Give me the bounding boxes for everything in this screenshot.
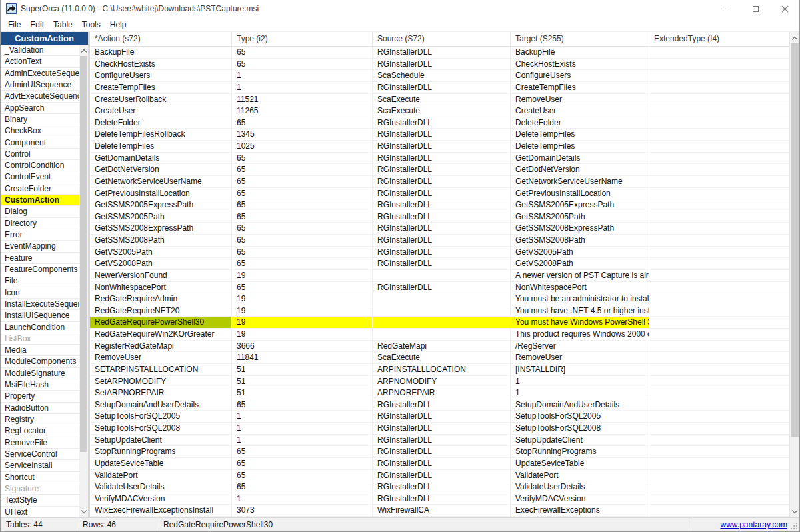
cell-type[interactable]: 1 (232, 493, 373, 505)
sidebar-item-modulesignature[interactable]: ModuleSignature (1, 368, 79, 379)
cell-extendedtype[interactable] (649, 364, 789, 376)
scroll-down-icon[interactable] (79, 506, 88, 517)
cell-type[interactable]: 1 (232, 70, 373, 82)
cell-target[interactable]: ExecFirewallExceptions (511, 505, 649, 517)
sidebar-item-feature[interactable]: Feature (1, 253, 79, 264)
sidebar-item-featurecomponents[interactable]: FeatureComponents (1, 264, 79, 275)
cell-source[interactable]: RGInstallerDLL (373, 47, 511, 59)
cell-target[interactable]: 1 (511, 376, 649, 388)
cell-extendedtype[interactable] (649, 70, 789, 82)
cell-extendedtype[interactable] (649, 411, 789, 423)
sidebar-item-binary[interactable]: Binary (1, 114, 79, 125)
cell-action[interactable]: ConfigureUsers (90, 70, 232, 82)
cell-extendedtype[interactable] (649, 329, 789, 341)
cell-source[interactable]: ScaExecute (373, 352, 511, 364)
cell-source[interactable] (373, 329, 511, 341)
cell-source[interactable]: ScaSchedule (373, 70, 511, 82)
cell-target[interactable]: /RegServer (511, 341, 649, 353)
cell-target[interactable]: GetPreviousInstallLocation (511, 188, 649, 200)
sidebar-item-msifilehash[interactable]: MsiFileHash (1, 379, 79, 391)
cell-source[interactable]: RGInstallerDLL (373, 164, 511, 176)
cell-extendedtype[interactable] (649, 153, 789, 165)
sidebar-item-advtexecutesequence[interactable]: AdvtExecuteSequence (1, 91, 79, 102)
cell-target[interactable]: GetDomainDetails (511, 153, 649, 165)
sidebar-item-controlevent[interactable]: ControlEvent (1, 171, 79, 183)
table-scroll-up-icon[interactable] (790, 32, 799, 43)
cell-target[interactable]: GetDotNetVersion (511, 164, 649, 176)
cell-source[interactable]: RGInstallerDLL (373, 235, 511, 247)
cell-target[interactable]: DeleteTempFiles (511, 129, 649, 141)
cell-action[interactable]: DeleteTempFilesRollback (90, 129, 232, 141)
cell-extendedtype[interactable] (649, 305, 789, 317)
cell-action[interactable]: CreateUserRollback (90, 94, 232, 106)
resize-grip-icon[interactable] (790, 518, 799, 531)
cell-extendedtype[interactable] (649, 481, 789, 493)
cell-target[interactable]: CreateTempFiles (511, 82, 649, 94)
cell-action[interactable]: RedGateRequireNET20 (90, 305, 232, 317)
minimize-button[interactable] (711, 0, 741, 17)
sidebar-item-modulecomponents[interactable]: ModuleComponents (1, 356, 79, 367)
cell-source[interactable]: RGInstallerDLL (373, 82, 511, 94)
cell-source[interactable]: RGInstallerDLL (373, 247, 511, 259)
cell-type[interactable]: 51 (232, 387, 373, 399)
menu-tools[interactable]: Tools (77, 19, 105, 31)
cell-source[interactable]: RGInstallerDLL (373, 199, 511, 211)
cell-type[interactable]: 65 (232, 164, 373, 176)
cell-target[interactable]: ConfigureUsers (511, 70, 649, 82)
sidebar-scroll-track[interactable] (79, 56, 88, 506)
cell-type[interactable]: 51 (232, 376, 373, 388)
sidebar-item-customaction[interactable]: CustomAction (1, 195, 79, 206)
cell-target[interactable]: GetSSMS2005Path (511, 211, 649, 223)
cell-type[interactable]: 65 (232, 211, 373, 223)
sidebar-item-_validation[interactable]: _Validation (1, 45, 79, 56)
cell-source[interactable]: RGInstallerDLL (373, 258, 511, 270)
cell-action[interactable]: GetVS2005Path (90, 247, 232, 259)
cell-source[interactable]: WixFirewallCA (373, 505, 511, 517)
cell-action[interactable]: CheckHostExists (90, 59, 232, 71)
cell-source[interactable]: RGInstallerDLL (373, 117, 511, 129)
cell-target[interactable]: A newer version of PST Capture is alread… (511, 270, 649, 282)
table-scroll-track[interactable] (790, 43, 799, 506)
cell-source[interactable]: ARPINSTALLLOCATION (373, 364, 511, 376)
menu-table[interactable]: Table (49, 19, 77, 31)
sidebar-item-listbox[interactable]: ListBox (1, 333, 79, 345)
cell-action[interactable]: SetARPNOMODIFY (90, 376, 232, 388)
menu-file[interactable]: File (3, 19, 25, 31)
maximize-button[interactable] (741, 0, 770, 17)
cell-source[interactable]: ARPNOMODIFY (373, 376, 511, 388)
sidebar-item-installexecutesequence[interactable]: InstallExecuteSequence (1, 299, 79, 310)
cell-extendedtype[interactable] (649, 59, 789, 71)
cell-action[interactable]: CreateTempFiles (90, 82, 232, 94)
cell-target[interactable]: CreateUser (511, 105, 649, 117)
cell-source[interactable]: RGInstallerDLL (373, 481, 511, 493)
sidebar-item-servicecontrol[interactable]: ServiceControl (1, 449, 79, 460)
cell-action[interactable]: VerifyMDACVersion (90, 493, 232, 505)
cell-type[interactable]: 65 (232, 199, 373, 211)
cell-action[interactable]: GetSSMS2005Path (90, 211, 232, 223)
cell-target[interactable]: [INSTALLDIR] (511, 364, 649, 376)
cell-action[interactable]: GetNetworkServiceUserName (90, 176, 232, 188)
cell-action[interactable]: NewerVersionFound (90, 270, 232, 282)
sidebar-item-actiontext[interactable]: ActionText (1, 56, 79, 67)
sidebar-item-serviceinstall[interactable]: ServiceInstall (1, 460, 79, 471)
cell-source[interactable]: ARPNOREPAIR (373, 387, 511, 399)
cell-action[interactable]: UpdateSeviceTable (90, 458, 232, 470)
cell-source[interactable] (373, 293, 511, 305)
cell-target[interactable]: You must be an administrator to install … (511, 293, 649, 305)
cell-source[interactable] (373, 305, 511, 317)
cell-action[interactable]: GetPreviousInstallLocation (90, 188, 232, 200)
cell-type[interactable]: 65 (232, 188, 373, 200)
sidebar-item-icon[interactable]: Icon (1, 287, 79, 299)
cell-target[interactable]: GetVS2005Path (511, 247, 649, 259)
cell-target[interactable]: SetupUpdateClient (511, 435, 649, 447)
cell-action[interactable]: RemoveUser (90, 352, 232, 364)
cell-source[interactable]: RGInstallerDLL (373, 458, 511, 470)
cell-target[interactable]: You must have Windows PowerShell 3.0 ins… (511, 317, 649, 329)
cell-type[interactable]: 65 (232, 258, 373, 270)
cell-type[interactable]: 65 (232, 117, 373, 129)
cell-type[interactable]: 65 (232, 59, 373, 71)
cell-target[interactable]: StopRunningPrograms (511, 446, 649, 458)
cell-target[interactable]: DeleteTempFiles (511, 141, 649, 153)
cell-extendedtype[interactable] (649, 129, 789, 141)
cell-target[interactable]: ValidateUserDetails (511, 481, 649, 493)
